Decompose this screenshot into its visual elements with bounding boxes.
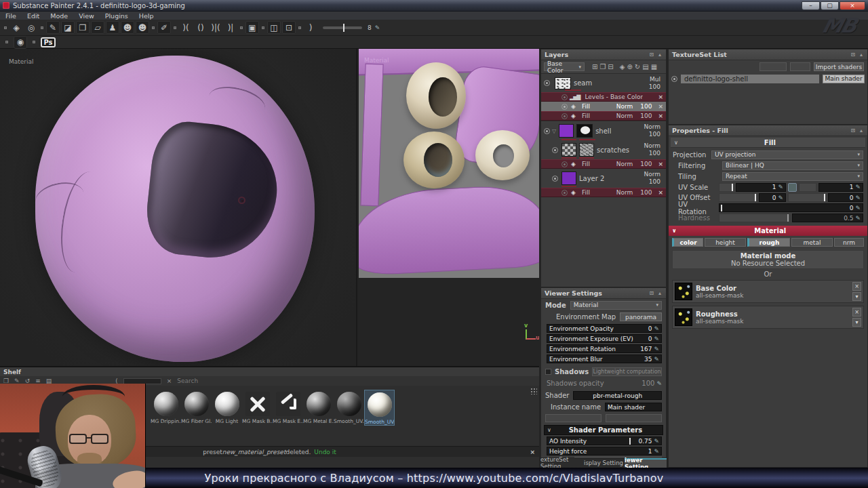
projection-tool-icon[interactable]: ❐ [76,21,90,34]
layer-row-layer2[interactable]: Layer 2 Norm100 [541,169,666,188]
maximize-button[interactable]: ▢ [821,1,839,10]
undo-it-link[interactable]: Undo it [314,449,336,455]
add-effect-icon[interactable]: ⊞ [592,63,597,70]
uv-scale-lock-icon[interactable] [788,183,797,192]
environment-rotation-field[interactable]: Environment Rotation167✎ [547,344,662,353]
stencil-icon[interactable]: ) [304,21,317,34]
filtering-dropdown[interactable]: Bilinear | HQ▾ [722,161,863,170]
import-shaders-button[interactable]: Import shaders [814,62,864,71]
shader-button[interactable]: pbr-metal-rough [573,391,662,400]
model-3d-purple-ring[interactable] [35,56,315,362]
layer-mask-thumbnail[interactable] [576,124,593,138]
effect-row-fill[interactable]: ◈ Fill Norm 100 × [541,188,666,197]
menu-file[interactable]: File [5,12,16,20]
uv-offset-y-slider[interactable] [788,193,826,202]
viewport-3d[interactable]: Material y -Z x [0,49,357,366]
layer-name[interactable]: scratches [597,146,629,154]
blend-mode[interactable]: Norm [644,123,660,130]
instance-name-field[interactable]: Main shader [605,403,662,411]
menu-help[interactable]: Help [139,12,154,20]
material-view-icon[interactable]: ▣ [245,21,259,34]
paint-brush-tool-icon[interactable]: ✎ [46,21,60,34]
uv-scale-y-slider[interactable] [799,183,816,192]
geometry-mask-triangle-icon[interactable]: )|( [209,21,222,34]
effect-opacity[interactable]: 100 [640,103,652,110]
search-label[interactable]: Search [177,378,198,384]
channel-rough-button[interactable]: rough [747,238,790,247]
stamp-tool-icon[interactable]: ♟ [106,21,119,34]
visibility-eye-icon[interactable] [561,161,568,167]
uv-offset-y-field[interactable]: 0✎ [828,193,863,202]
material-section-header[interactable]: ∨ Material [669,226,867,236]
channel-height-button[interactable]: height [705,238,746,247]
dismiss-status-icon[interactable]: × [530,449,535,455]
shelf-layout-grid-icon[interactable] [530,388,537,394]
visibility-eye-icon[interactable] [561,104,568,110]
environment-blur-field[interactable]: Environment Blur35✎ [547,354,662,363]
effect-row-fill[interactable]: ◈ Fill Norm 100 × [541,159,666,169]
channel-metal-button[interactable]: metal [791,238,833,247]
blend-mode[interactable]: Mul [650,76,660,83]
visibility-eye-icon[interactable] [561,94,568,100]
projection-dropdown[interactable]: UV projection▾ [711,150,863,159]
effect-name[interactable]: Levels - Base Color [585,94,643,100]
layer-color-swatch[interactable] [559,124,574,138]
add-fill-icon[interactable]: ⊕ [627,63,632,70]
layer-name[interactable]: Layer 2 [579,175,604,182]
eraser-tool-icon[interactable]: ◪ [61,21,75,34]
layer-row-shell[interactable]: ▽ shell Norm100 [541,121,666,140]
resource-dropdown-icon[interactable]: ▾ [852,318,861,327]
refresh-icon[interactable]: ↻ [635,63,640,70]
clear-search-icon[interactable]: × [167,378,172,384]
visibility-eye-icon[interactable] [561,190,568,196]
effect-name[interactable]: Fill [582,103,590,110]
panel-window-icons[interactable]: ⊡ ▴ [649,290,663,296]
shelf-material-item[interactable]: MG Fiber Gl... [181,390,212,424]
clear-resource-icon[interactable]: × [852,282,861,291]
shelf-material-item[interactable]: MG Metal E... [303,390,334,424]
environment-map-button[interactable]: panorama [620,312,662,321]
effect-opacity[interactable]: 100 [640,189,652,196]
base-color-resource-card[interactable]: Base Color all-seams-mask × ▾ [672,280,864,303]
channel-color-button[interactable]: color [672,238,703,247]
viewport-2d[interactable]: Material v u [359,49,539,366]
smudge-tool-icon[interactable]: ✐ [157,21,171,34]
layer-row-seam[interactable]: seam Mul100 [541,74,666,92]
menu-view[interactable]: View [79,12,94,20]
add-layer-icon[interactable]: ❐ [599,63,606,70]
blend-mode[interactable]: Norm [616,103,633,110]
photoshop-export-button[interactable]: Ps [41,37,56,47]
shelf-material-item[interactable]: Smooth_UV... [334,390,364,424]
substance-logo-icon[interactable]: ◈ [9,21,23,34]
panel-window-icons[interactable]: ⊡ ▴ [649,52,663,58]
effect-name[interactable]: Fill [582,161,590,167]
add-mask-icon[interactable]: ⊟ [608,63,613,70]
visibility-eye-icon[interactable] [544,128,550,134]
layer-name[interactable]: shell [595,127,611,135]
close-button[interactable]: × [840,1,865,10]
effect-opacity[interactable]: 100 [640,161,652,167]
visibility-eye-icon[interactable] [544,80,550,86]
menu-edit[interactable]: Edit [27,12,39,20]
effect-row-fill-selected[interactable]: ◈ Fill Norm 100 × [541,102,666,111]
tab-textureset-settings[interactable]: extureSet Setting [540,458,583,468]
effect-opacity[interactable]: 100 [640,113,652,119]
height-force-field[interactable]: Height force1✎ [547,447,662,455]
minimize-button[interactable]: – [802,1,820,10]
panel-window-icons[interactable]: ⊡ ▴ [850,127,864,134]
material-mode-box[interactable]: Material mode No Resource Selected [672,250,864,269]
environment-exposure-field[interactable]: Environment Exposure (EV)0✎ [547,334,662,343]
panel-window-icons[interactable]: ⊡ ▴ [850,52,864,58]
geometry-mask-object-icon[interactable]: )( [179,21,193,34]
menu-mode[interactable]: Mode [50,12,68,20]
ao-intensity-field[interactable]: AO Intensity0.75✎ [547,436,662,445]
add-substance-icon[interactable]: ◈ [620,63,625,70]
environment-opacity-field[interactable]: Environment Opacity0✎ [547,324,662,333]
remove-effect-icon[interactable]: × [658,189,663,196]
channel-nrm-button[interactable]: nrm [834,238,864,247]
layer-thumbnail[interactable] [555,77,571,89]
tiling-dropdown[interactable]: Repeat▾ [722,172,863,181]
blend-mode[interactable]: Norm [616,161,633,167]
layer-opacity[interactable]: 100 [649,150,660,157]
banner-text[interactable]: Уроки прекрасного с Владиусом – https://… [204,472,663,485]
